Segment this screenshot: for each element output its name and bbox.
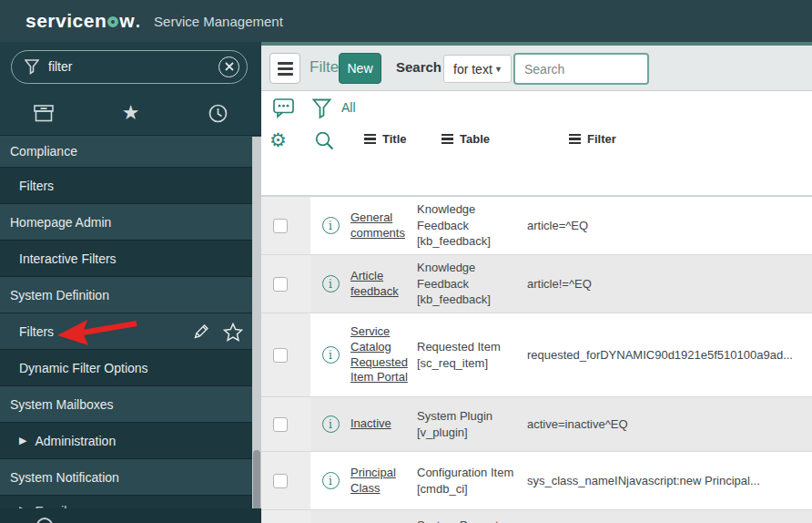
table-cell: System Plugin [v_plugin]: [417, 397, 527, 451]
table-cell: Configuration Item [cmdb_ci]: [417, 452, 527, 509]
column-header-title[interactable]: Title: [364, 132, 407, 146]
table-display-name: System Plugin: [417, 408, 527, 425]
navigator-search-box[interactable]: [11, 50, 248, 84]
filter-condition-text: sys_class_nameINjavascript:new Principal…: [527, 474, 760, 487]
row-info-cell: i: [310, 397, 350, 451]
record-preview-info-icon[interactable]: i: [322, 346, 340, 364]
title-cell: Article feedback: [350, 255, 417, 313]
row-select-cell: [261, 397, 310, 451]
personalize-list-gear-icon[interactable]: ⚙: [269, 131, 287, 150]
row-checkbox[interactable]: [273, 277, 288, 292]
sidebar-item-label: System Notification: [10, 470, 119, 485]
record-preview-info-icon[interactable]: i: [322, 217, 340, 234]
sidebar-item-label: Administration: [35, 434, 116, 448]
sidebar-item-interactive-filters[interactable]: ▶ Interactive Filters: [0, 241, 261, 277]
tab-favorites[interactable]: ★: [87, 91, 175, 135]
table-cell: System Property [sys_properties]: [417, 510, 527, 523]
row-info-cell: i: [310, 255, 350, 313]
filter-cell: article=^EQ: [527, 197, 812, 254]
table-display-name: System Property: [417, 518, 527, 523]
column-header-table[interactable]: Table: [442, 132, 490, 146]
list-search-input[interactable]: [513, 53, 649, 85]
sidebar-item-system-definition[interactable]: ▶ System Definition: [0, 277, 261, 313]
record-title-link[interactable]: General comments: [350, 210, 417, 241]
list-filter-funnel-icon[interactable]: [312, 98, 331, 119]
servicenow-logo[interactable]: servicenw: [25, 10, 139, 32]
application-navigator: ★ ▶ Compliance ▶ Filters: [0, 42, 261, 523]
row-checkbox[interactable]: [273, 348, 288, 363]
expand-triangle-icon[interactable]: ▶: [19, 435, 26, 446]
table-cell: Requested Item [sc_req_item]: [417, 313, 527, 396]
navigator-tabs: ★: [0, 91, 261, 136]
record-title-link[interactable]: Article feedback: [350, 269, 417, 300]
edit-module-pencil-icon[interactable]: [192, 323, 210, 341]
navigator-filter-input[interactable]: [48, 59, 218, 74]
logo-text-pre: servicen: [25, 10, 107, 32]
tab-history[interactable]: [174, 91, 261, 135]
new-record-button[interactable]: New: [339, 53, 381, 84]
filter-cell: article!=^EQ: [527, 255, 812, 313]
help-circle-icon[interactable]: [36, 518, 53, 523]
column-menu-icon: [442, 134, 453, 145]
title-cell: General comments: [350, 197, 417, 254]
sidebar-item-label: Filters: [19, 324, 54, 339]
record-title-link[interactable]: Service Catalog Requested Item Portal: [350, 324, 417, 386]
row-info-cell: i: [310, 197, 350, 254]
table-code-name: [kb_feedback]: [417, 292, 527, 308]
column-search-icon[interactable]: [315, 131, 334, 150]
table-cell: Knowledge Feedback [kb_feedback]: [417, 255, 527, 313]
row-checkbox[interactable]: [273, 417, 288, 432]
sidebar-scrollbar-track[interactable]: [252, 137, 261, 523]
navigator-search-row: [0, 42, 261, 91]
table-code-name: [sc_req_item]: [417, 355, 527, 372]
table-display-name: Configuration Item: [417, 465, 527, 481]
sidebar-item-label: System Mailboxes: [10, 397, 114, 412]
row-info-cell: i: [310, 452, 350, 509]
archive-box-icon: [34, 105, 54, 122]
filter-condition-text: requested_forDYNAMIC90d1921e5f510100a9ad…: [527, 348, 793, 362]
table-row: i Principal Class Configuration Item [cm…: [261, 452, 812, 510]
breadcrumb-all[interactable]: All: [341, 100, 356, 115]
record-preview-info-icon[interactable]: i: [322, 275, 340, 292]
list-toolbar: Filters New Search for text ▼: [261, 46, 812, 91]
sidebar-item-administration[interactable]: ▶ Administration: [0, 423, 261, 459]
table-cell: Knowledge Feedback [kb_feedback]: [417, 197, 527, 254]
chat-annotation-icon[interactable]: [273, 98, 294, 118]
sidebar-item-label: System Definition: [10, 288, 109, 303]
record-preview-info-icon[interactable]: i: [322, 472, 340, 489]
clear-search-button[interactable]: [218, 56, 239, 77]
sidebar-item-label: Dynamic Filter Options: [19, 361, 148, 375]
sidebar-item-filters[interactable]: ▶ Filters: [0, 313, 261, 350]
sidebar-item-filters[interactable]: ▶ Filters: [0, 168, 261, 204]
sidebar-item-label: Compliance: [10, 144, 77, 159]
list-context-menu-button[interactable]: [269, 53, 300, 84]
product-name: Service Management: [154, 14, 283, 29]
column-header-filter[interactable]: Filter: [569, 132, 616, 146]
sidebar-item-compliance[interactable]: ▶ Compliance: [0, 136, 261, 168]
record-title-link[interactable]: Inactive: [350, 416, 391, 432]
sidebar-item-system-notification[interactable]: ▶ System Notification: [0, 459, 261, 496]
table-code-name: [cmdb_ci]: [417, 481, 527, 497]
row-select-cell: [261, 255, 310, 313]
record-title-link[interactable]: Principal Class: [350, 466, 417, 497]
column-menu-icon: [569, 134, 581, 145]
filter-condition-text: active=inactive^EQ: [527, 417, 628, 431]
column-menu-icon: [364, 134, 376, 145]
sidebar-item-system-mailboxes[interactable]: ▶ System Mailboxes: [0, 386, 261, 423]
sidebar-item-homepage-admin[interactable]: ▶ Homepage Admin: [0, 204, 261, 241]
tab-all-applications[interactable]: [0, 91, 87, 135]
star-filled-icon: ★: [122, 103, 140, 123]
sidebar-item-dynamic-filter-options[interactable]: ▶ Dynamic Filter Options: [0, 350, 261, 386]
logo-text-post: w: [119, 10, 135, 32]
title-cell: Inactive: [350, 397, 417, 451]
search-type-select[interactable]: for text ▼: [443, 55, 512, 83]
row-checkbox[interactable]: [273, 474, 288, 488]
record-preview-info-icon[interactable]: i: [322, 415, 340, 433]
sidebar-item-label: Interactive Filters: [19, 251, 117, 266]
favorite-star-outline-icon[interactable]: [223, 323, 243, 342]
table-row: i Service Catalog Requested Item Portal …: [261, 313, 812, 397]
title-cell: Principal Class: [350, 452, 417, 509]
row-select-cell: [261, 197, 310, 254]
row-checkbox[interactable]: [273, 219, 288, 233]
clock-icon: [208, 104, 228, 123]
